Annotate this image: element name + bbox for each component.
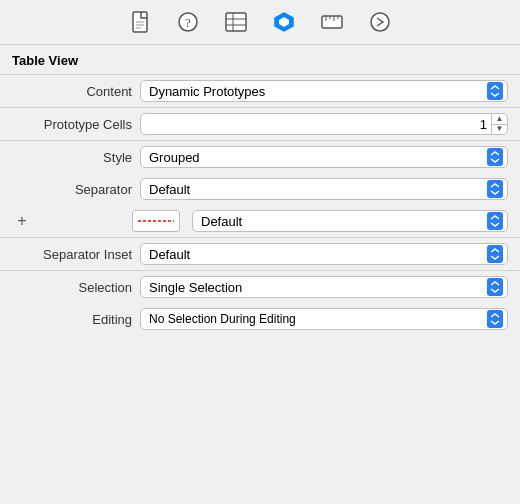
editing-value: No Selection During Editing [149,312,296,326]
separator-label: Separator [12,182,132,197]
plus-area: + [12,212,132,230]
separator-value: Default [149,182,190,197]
separator-inset-label: Separator Inset [12,247,132,262]
style-select[interactable]: Grouped [140,146,508,168]
svg-text:?: ? [185,15,191,30]
editing-control: No Selection During Editing [140,308,508,330]
editing-row: Editing No Selection During Editing [0,303,520,335]
style-control: Grouped [140,146,508,168]
separator-style-select[interactable]: Default [192,210,508,232]
svg-rect-6 [226,13,246,31]
separator-style-value: Default [201,214,242,229]
stepper-up[interactable]: ▲ [492,114,507,125]
separator-style-row: + Default [0,205,520,237]
selection-select[interactable]: Single Selection [140,276,508,298]
style-value: Grouped [149,150,200,165]
content-control: Dynamic Prototypes [140,80,508,102]
separator-arrows[interactable] [487,180,503,198]
editing-label: Editing [12,312,132,327]
prototype-cells-input-box[interactable]: ▲ ▼ [140,113,508,135]
prototype-cells-input[interactable] [141,117,491,132]
inspector-icon[interactable] [272,10,296,34]
svg-point-17 [371,13,389,31]
selection-row: Selection Single Selection [0,271,520,303]
editing-arrows[interactable] [487,310,503,328]
style-row: Style Grouped [0,141,520,173]
separator-row: Separator Default [0,173,520,205]
prototype-cells-row: Prototype Cells ▲ ▼ [0,108,520,140]
help-icon[interactable]: ? [176,10,200,34]
selection-arrows[interactable] [487,278,503,296]
style-arrows[interactable] [487,148,503,166]
separator-style-control: Default [132,210,508,232]
prototype-cells-control: ▲ ▼ [140,113,508,135]
panel: Table View Content Dynamic Prototypes Pr… [0,45,520,335]
editing-select[interactable]: No Selection During Editing [140,308,508,330]
separator-inset-arrows[interactable] [487,245,503,263]
list-icon[interactable] [224,10,248,34]
content-value: Dynamic Prototypes [149,84,265,99]
style-label: Style [12,150,132,165]
prototype-cells-label: Prototype Cells [12,117,132,132]
content-arrows[interactable] [487,82,503,100]
link-icon[interactable] [368,10,392,34]
file-icon[interactable] [128,10,152,34]
separator-style-arrows[interactable] [487,212,503,230]
content-label: Content [12,84,132,99]
content-row: Content Dynamic Prototypes [0,75,520,107]
ruler-icon[interactable] [320,10,344,34]
separator-inset-value: Default [149,247,190,262]
svg-rect-12 [322,16,342,28]
separator-control: Default [140,178,508,200]
stepper-down[interactable]: ▼ [492,125,507,135]
toolbar: ? [0,0,520,45]
selection-value: Single Selection [149,280,242,295]
prototype-cells-stepper[interactable]: ▲ ▼ [491,114,507,134]
separator-inset-select[interactable]: Default [140,243,508,265]
separator-inset-row: Separator Inset Default [0,238,520,270]
selection-label: Selection [12,280,132,295]
content-select[interactable]: Dynamic Prototypes [140,80,508,102]
add-button[interactable]: + [12,212,32,230]
panel-title: Table View [0,45,520,74]
separator-preview [132,210,180,232]
separator-select[interactable]: Default [140,178,508,200]
selection-control: Single Selection [140,276,508,298]
separator-inset-control: Default [140,243,508,265]
